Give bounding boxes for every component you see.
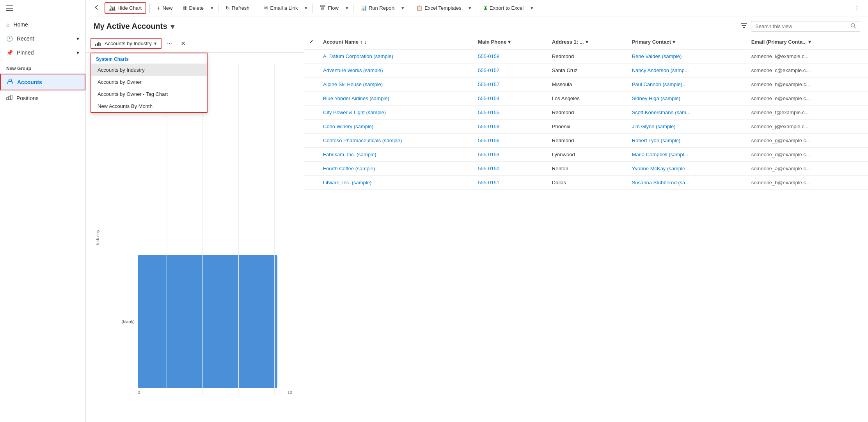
row-name-2[interactable]: Alpine Ski House (sample) xyxy=(318,78,473,92)
row-check-8[interactable] xyxy=(304,162,318,176)
view-title-chevron[interactable]: ▾ xyxy=(170,22,174,31)
row-check-5[interactable] xyxy=(304,120,318,134)
row-name-0[interactable]: A. Datum Corporation (sample) xyxy=(318,49,473,64)
check-all-icon[interactable]: ✓ xyxy=(309,39,314,45)
filter-icon[interactable] xyxy=(741,23,747,30)
row-phone-2: 555-0157 xyxy=(473,78,547,92)
email-icon: ✉ xyxy=(264,5,268,11)
row-contact-2[interactable]: Paul Cannon (sample).. xyxy=(627,78,747,92)
pin-icon: 📌 xyxy=(6,49,13,56)
run-report-chevron[interactable]: ▾ xyxy=(400,3,406,13)
row-email-0: someone_i@example.c... xyxy=(747,49,868,64)
row-name-4[interactable]: City Power & Light (sample) xyxy=(318,106,473,120)
excel-templates-icon: 📋 xyxy=(416,5,422,11)
sort-desc-icon[interactable]: ↓ xyxy=(364,39,367,45)
export-excel-button[interactable]: ⊞ Export to Excel xyxy=(479,3,527,13)
row-contact-3[interactable]: Sidney Higa (sample) xyxy=(627,92,747,106)
sidebar-pinned-label: Pinned xyxy=(17,49,34,56)
row-contact-9[interactable]: Susanna Stubberod (sa... xyxy=(627,176,747,190)
chart-option-new-accounts[interactable]: New Accounts By Month xyxy=(91,100,207,112)
row-check-2[interactable] xyxy=(304,78,318,92)
trash-icon: 🗑 xyxy=(182,5,187,11)
col-main-phone: Main Phone ▾ xyxy=(473,35,547,49)
delete-label: Delete xyxy=(189,5,204,11)
row-contact-1[interactable]: Nancy Anderson (samp... xyxy=(627,64,747,78)
svg-rect-0 xyxy=(6,5,13,6)
row-contact-0[interactable]: Rene Valdes (sample) xyxy=(627,49,747,64)
row-check-1[interactable] xyxy=(304,64,318,78)
chart-option-owner-tag[interactable]: Accounts by Owner - Tag Chart xyxy=(91,88,207,100)
row-check-3[interactable] xyxy=(304,92,318,106)
row-email-4: someone_f@example.c... xyxy=(747,106,868,120)
hide-chart-button[interactable]: Hide Chart xyxy=(105,2,146,14)
chart-bar-area: (blank) xyxy=(113,255,292,388)
table-row: Blue Yonder Airlines (sample) 555-0154 L… xyxy=(304,92,868,106)
chart-dropdown: System Charts Accounts by Industry Accou… xyxy=(91,53,208,113)
contact-filter-icon[interactable]: ▾ xyxy=(673,39,675,45)
sidebar-item-accounts[interactable]: Accounts xyxy=(0,74,85,90)
sidebar-item-recent[interactable]: 🕐 Recent ▾ xyxy=(0,32,85,46)
refresh-button[interactable]: ↻ Refresh xyxy=(222,3,254,13)
export-icon: ⊞ xyxy=(483,5,488,11)
row-contact-7[interactable]: Maria Campbell (sampl... xyxy=(627,148,747,162)
sort-asc-icon[interactable]: ↑ xyxy=(360,39,363,45)
chart-option-industry[interactable]: Accounts by Industry xyxy=(91,64,207,76)
row-email-5: someone_j@example.c... xyxy=(747,120,868,134)
hamburger-button[interactable] xyxy=(0,0,85,18)
row-address-8: Renton xyxy=(547,162,627,176)
svg-rect-4 xyxy=(7,97,8,100)
row-name-9[interactable]: Litware, Inc. (sample) xyxy=(318,176,473,190)
view-actions xyxy=(741,21,860,32)
divider-1 xyxy=(149,4,150,13)
flow-chevron[interactable]: ▾ xyxy=(344,3,350,13)
address-filter-icon[interactable]: ▾ xyxy=(586,39,588,45)
run-report-button[interactable]: 📊 Run Report xyxy=(357,3,398,13)
delete-button[interactable]: 🗑 Delete xyxy=(178,3,208,13)
phone-filter-icon[interactable]: ▾ xyxy=(508,39,511,45)
excel-templates-button[interactable]: 📋 Excel Templates xyxy=(412,3,465,13)
row-name-3[interactable]: Blue Yonder Airlines (sample) xyxy=(318,92,473,106)
accounts-icon xyxy=(7,78,13,86)
refresh-label: Refresh xyxy=(232,5,250,11)
row-name-8[interactable]: Fourth Coffee (sample) xyxy=(318,162,473,176)
email-chevron[interactable]: ▾ xyxy=(303,3,309,13)
content-area: Accounts by Industry ▾ ⋯ ✕ System Charts… xyxy=(86,35,868,422)
delete-chevron[interactable]: ▾ xyxy=(209,3,215,13)
refresh-icon: ↻ xyxy=(225,5,230,11)
chart-close-button[interactable]: ✕ xyxy=(178,38,189,49)
row-check-9[interactable] xyxy=(304,176,318,190)
row-name-6[interactable]: Contoso Pharmaceuticals (sample) xyxy=(318,134,473,148)
sidebar-item-pinned[interactable]: 📌 Pinned ▾ xyxy=(0,46,85,60)
row-check-7[interactable] xyxy=(304,148,318,162)
back-button[interactable] xyxy=(91,3,103,13)
export-chevron[interactable]: ▾ xyxy=(529,3,535,13)
row-phone-1: 555-0152 xyxy=(473,64,547,78)
chart-selector[interactable]: Accounts by Industry ▾ xyxy=(91,38,162,49)
row-name-1[interactable]: Adventure Works (sample) xyxy=(318,64,473,78)
search-box xyxy=(751,21,860,32)
row-name-7[interactable]: Fabrikam, Inc. (sample) xyxy=(318,148,473,162)
row-email-7: someone_d@example.c... xyxy=(747,148,868,162)
row-contact-5[interactable]: Jim Glynn (sample) xyxy=(627,120,747,134)
row-name-5[interactable]: Coho Winery (sample) xyxy=(318,120,473,134)
row-check-0[interactable] xyxy=(304,49,318,64)
chart-more-button[interactable]: ⋯ xyxy=(164,39,175,48)
row-contact-4[interactable]: Scott Konersmann (sam... xyxy=(627,106,747,120)
row-contact-8[interactable]: Yvonne McKay (sample... xyxy=(627,162,747,176)
excel-templates-chevron[interactable]: ▾ xyxy=(467,3,473,13)
sidebar-item-home[interactable]: ⌂ Home xyxy=(0,18,85,32)
more-options-button[interactable]: ⋮ xyxy=(850,3,863,13)
email-filter-icon[interactable]: ▾ xyxy=(808,39,811,45)
chart-option-owner[interactable]: Accounts by Owner xyxy=(91,76,207,88)
email-link-button[interactable]: ✉ Email a Link xyxy=(260,3,302,13)
row-check-4[interactable] xyxy=(304,106,318,120)
flow-button[interactable]: Flow xyxy=(316,3,342,13)
view-header: My Active Accounts ▾ xyxy=(86,16,868,35)
row-phone-7: 555-0153 xyxy=(473,148,547,162)
run-report-label: Run Report xyxy=(369,5,394,11)
sidebar-item-positions[interactable]: Positions xyxy=(0,90,85,106)
search-input[interactable] xyxy=(755,23,848,29)
new-button[interactable]: + New xyxy=(153,3,176,14)
row-check-6[interactable] xyxy=(304,134,318,148)
row-contact-6[interactable]: Robert Lyon (sample) xyxy=(627,134,747,148)
